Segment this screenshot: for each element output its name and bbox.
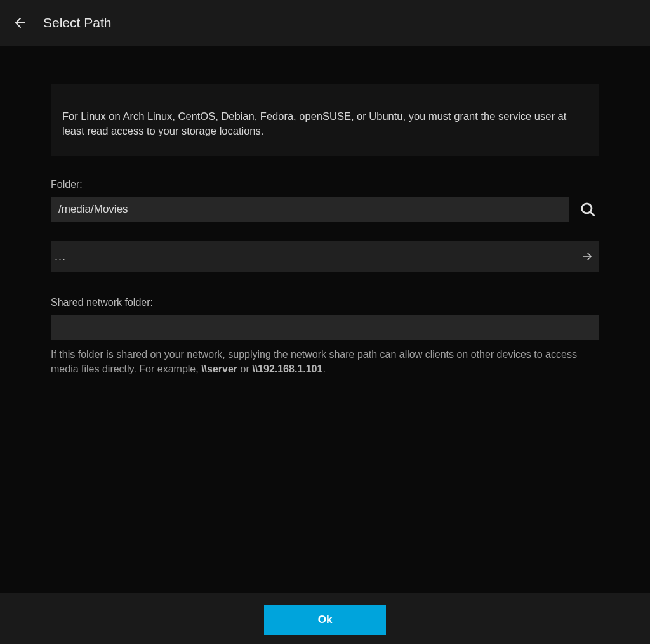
svg-line-2: [590, 212, 594, 216]
back-button[interactable]: [10, 13, 30, 33]
parent-folder-label: ...: [55, 250, 66, 263]
network-input-wrapper: [51, 315, 599, 340]
folder-label: Folder:: [51, 179, 599, 190]
arrow-right-icon: [581, 251, 593, 262]
network-folder-input[interactable]: [51, 315, 599, 340]
footer: Ok: [0, 593, 650, 644]
page-title: Select Path: [43, 15, 111, 30]
page-header: Select Path: [0, 0, 650, 46]
network-folder-label: Shared network folder:: [51, 297, 599, 308]
help-example-2: \\192.168.1.101: [252, 364, 322, 374]
main-content: For Linux on Arch Linux, CentOS, Debian,…: [0, 46, 650, 376]
search-button[interactable]: [576, 198, 599, 221]
parent-folder-row[interactable]: ...: [51, 241, 599, 272]
arrow-left-icon: [13, 15, 28, 30]
help-text-mid: or: [237, 364, 252, 374]
help-example-1: \\server: [201, 364, 237, 374]
info-text: For Linux on Arch Linux, CentOS, Debian,…: [62, 109, 588, 138]
network-help-text: If this folder is shared on your network…: [51, 348, 599, 376]
nav-arrow: [581, 251, 593, 262]
folder-row: [51, 197, 599, 222]
folder-input[interactable]: [51, 197, 569, 222]
ok-button[interactable]: Ok: [264, 605, 386, 635]
search-icon: [580, 201, 596, 218]
info-box: For Linux on Arch Linux, CentOS, Debian,…: [51, 84, 599, 156]
help-text-suffix: .: [322, 364, 325, 374]
